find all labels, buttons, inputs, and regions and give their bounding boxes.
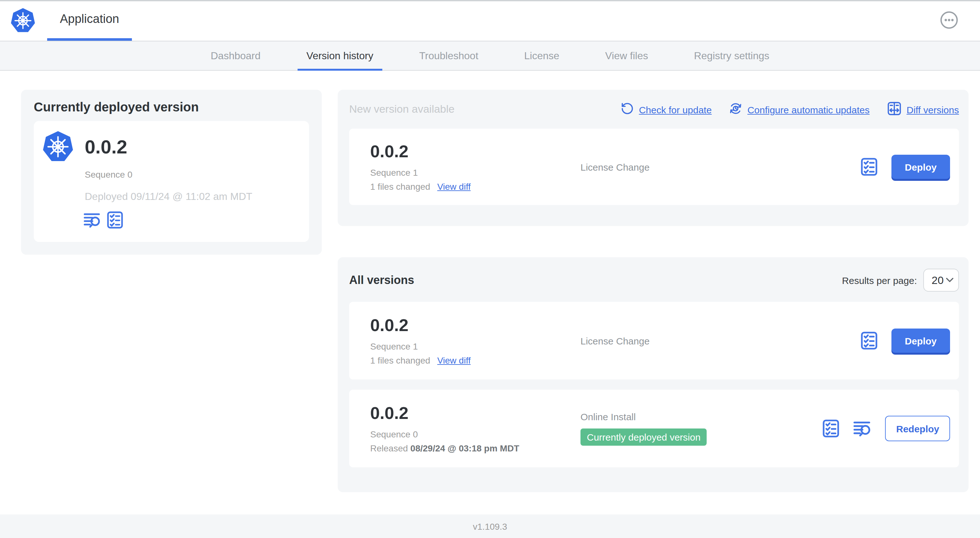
version-sequence: Sequence 1 xyxy=(370,167,581,177)
kubernetes-logo-icon xyxy=(10,8,36,33)
all-versions-title: All versions xyxy=(349,273,414,287)
version-sequence: Sequence 0 xyxy=(370,429,581,439)
diff-versions-link[interactable]: Diff versions xyxy=(887,101,959,118)
released-prefix: Released xyxy=(370,443,408,453)
files-changed-label: 1 files changed xyxy=(370,181,430,191)
preflight-checklist-icon[interactable] xyxy=(861,158,877,176)
tab-version-history[interactable]: Version history xyxy=(283,41,396,70)
tab-registry-settings[interactable]: Registry settings xyxy=(671,41,792,70)
tab-view-files[interactable]: View files xyxy=(582,41,671,70)
refresh-icon xyxy=(620,102,634,117)
ellipsis-icon xyxy=(940,11,958,29)
check-for-update-label: Check for update xyxy=(639,104,712,115)
version-actions: Deploy xyxy=(861,329,950,353)
version-actions-links: Check for update Configure automatic upd… xyxy=(620,101,959,118)
version-actions: Deploy xyxy=(861,155,950,179)
view-diff-link[interactable]: View diff xyxy=(437,181,471,191)
configure-automatic-updates-label: Configure automatic updates xyxy=(748,104,870,115)
version-info: 0.0.2 Sequence 1 1 files changed View di… xyxy=(370,316,581,365)
version-number: 0.0.2 xyxy=(370,142,581,162)
released-date-value: 08/29/24 @ 03:18 pm MDT xyxy=(410,443,519,453)
files-changed-label: 1 files changed xyxy=(370,355,430,365)
main-nav: Dashboard Version history Troubleshoot L… xyxy=(0,41,980,71)
released-date: Released 08/29/24 @ 03:18 pm MDT xyxy=(370,443,581,453)
new-version-header: New version available Check for update C… xyxy=(349,101,959,118)
version-row: 0.0.2 Sequence 1 1 files changed View di… xyxy=(349,302,959,379)
tab-dashboard[interactable]: Dashboard xyxy=(188,41,283,70)
version-info: 0.0.2 Sequence 0 Released 08/29/24 @ 03:… xyxy=(370,404,581,453)
current-version-number: 0.0.2 xyxy=(85,136,127,158)
app-title: Application xyxy=(60,12,119,26)
app-title-tab[interactable]: Application xyxy=(47,0,132,41)
source-label: License Change xyxy=(581,335,861,346)
app-icon xyxy=(42,130,74,162)
version-info: 0.0.2 Sequence 1 1 files changed View di… xyxy=(370,142,581,191)
view-logs-icon[interactable] xyxy=(854,420,871,437)
version-number: 0.0.2 xyxy=(370,404,581,424)
version-source: License Change xyxy=(581,335,861,346)
all-versions-header: All versions Results per page: 20 xyxy=(349,269,959,292)
current-version-deployed-date: Deployed 09/11/24 @ 11:02 am MDT xyxy=(85,191,252,203)
version-number: 0.0.2 xyxy=(370,316,581,336)
results-per-page-select-wrap: 20 xyxy=(923,269,959,292)
console-version: v1.109.3 xyxy=(473,521,507,531)
all-versions-panel: All versions Results per page: 20 0.0.2 … xyxy=(338,257,969,492)
version-sequence: Sequence 1 xyxy=(370,341,581,351)
preflight-checklist-icon[interactable] xyxy=(107,211,123,229)
version-source: Online Install Currently deployed versio… xyxy=(581,411,823,446)
deploy-button[interactable]: Deploy xyxy=(891,155,950,179)
current-version-actions xyxy=(83,211,123,229)
new-version-row: 0.0.2 Sequence 1 1 files changed View di… xyxy=(349,129,959,205)
version-source: License Change xyxy=(581,161,861,172)
configure-automatic-updates-link[interactable]: Configure automatic updates xyxy=(729,102,870,117)
preflight-checklist-icon[interactable] xyxy=(861,332,877,349)
window-top-edge xyxy=(0,0,980,1)
app-header: Application xyxy=(0,0,980,41)
version-actions: Redeploy xyxy=(823,416,950,441)
redeploy-button[interactable]: Redeploy xyxy=(885,416,950,441)
tab-troubleshoot[interactable]: Troubleshoot xyxy=(396,41,501,70)
app-footer: v1.109.3 xyxy=(0,514,980,538)
view-logs-icon[interactable] xyxy=(83,212,101,228)
source-label: Online Install xyxy=(581,411,823,422)
diff-icon xyxy=(887,101,901,118)
schedule-update-icon xyxy=(729,102,742,117)
check-for-update-link[interactable]: Check for update xyxy=(620,102,712,117)
results-per-page-select[interactable]: 20 xyxy=(923,269,959,292)
overflow-menu-button[interactable] xyxy=(940,11,958,29)
source-label: License Change xyxy=(581,161,861,172)
tab-license[interactable]: License xyxy=(501,41,582,70)
currently-deployed-panel: Currently deployed version 0.0.2 Sequenc… xyxy=(21,90,322,255)
new-version-panel: New version available Check for update C… xyxy=(338,90,969,226)
deploy-button[interactable]: Deploy xyxy=(891,329,950,353)
currently-deployed-title: Currently deployed version xyxy=(34,100,199,114)
current-version-sequence: Sequence 0 xyxy=(85,169,132,179)
view-diff-link[interactable]: View diff xyxy=(437,355,471,365)
currently-deployed-badge: Currently deployed version xyxy=(581,428,707,446)
current-version-card: 0.0.2 Sequence 0 Deployed 09/11/24 @ 11:… xyxy=(34,121,309,242)
preflight-checklist-icon[interactable] xyxy=(823,420,840,437)
version-row: 0.0.2 Sequence 0 Released 08/29/24 @ 03:… xyxy=(349,390,959,467)
new-version-title: New version available xyxy=(349,103,455,116)
results-per-page: Results per page: 20 xyxy=(842,269,959,292)
app-root: Application Dashboard Version history Tr… xyxy=(0,0,980,538)
diff-versions-label: Diff versions xyxy=(907,104,959,115)
results-per-page-label: Results per page: xyxy=(842,275,917,286)
